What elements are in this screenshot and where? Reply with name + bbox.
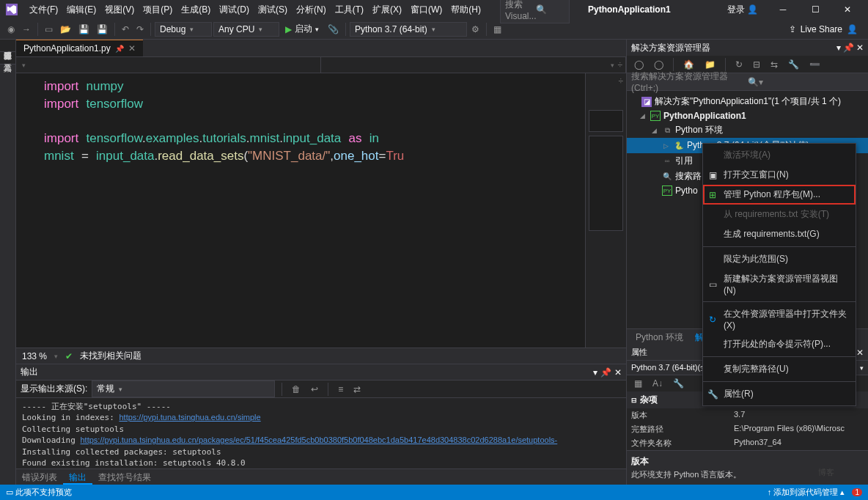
properties-icon[interactable]: 🔧 <box>785 57 802 72</box>
ctx-install-req[interactable]: 从 requirements.txt 安装(T) <box>703 205 856 224</box>
preview-icon[interactable]: ➖ <box>806 57 823 72</box>
save-all-button[interactable]: 💾 <box>94 22 111 37</box>
prop-row[interactable]: 文件夹名称Python37_64 <box>627 436 868 450</box>
project-node[interactable]: ◢PY PythonApplication1 <box>627 109 868 122</box>
wrench-icon: 🔧 <box>707 389 718 400</box>
output-opt2-button[interactable]: ⇄ <box>350 382 364 397</box>
menu-测试(S)[interactable]: 测试(S) <box>254 1 292 18</box>
output-text[interactable]: ----- 正在安装"setuptools" -----Looking in i… <box>16 398 626 468</box>
collapse-icon[interactable]: ⊟ <box>750 57 763 72</box>
interpreter-combo[interactable]: Python 3.7 (64-bit)▾ <box>350 22 467 37</box>
server-explorer-tab[interactable]: 服务器资源管理器 <box>0 40 15 52</box>
sync-icon[interactable]: ⇆ <box>768 57 781 72</box>
find-symbol-tab[interactable]: 查找符号结果 <box>92 469 157 485</box>
alpha-button[interactable]: A↓ <box>650 376 666 391</box>
output-source-combo[interactable]: 常规▾ <box>92 380 275 397</box>
ctx-copy-path[interactable]: 复制完整路径(U) <box>703 359 856 379</box>
fwd-button[interactable]: ◯ <box>651 57 666 72</box>
toggle-wrap-button[interactable]: ↩ <box>308 382 321 397</box>
prop-row[interactable]: 完整路径E:\Program Files (x86)\Microsc <box>627 422 868 436</box>
split-icon[interactable]: ÷ <box>618 76 623 87</box>
ctx-new-view[interactable]: ▭新建解决方案资源管理器视图(N) <box>703 269 856 299</box>
menu-窗口(W)[interactable]: 窗口(W) <box>406 1 446 18</box>
ctx-open-explorer[interactable]: ↻在文件资源管理器中打开文件夹(X) <box>703 304 856 334</box>
ctx-open-cmd[interactable]: 打开此处的命令提示符(P)... <box>703 334 856 354</box>
clear-output-button[interactable]: 🗑 <box>289 382 304 397</box>
no-issues-label: 未找到相关问题 <box>80 350 141 362</box>
menu-分析(N)[interactable]: 分析(N) <box>292 1 331 18</box>
output-tab[interactable]: 输出 <box>63 469 92 485</box>
quick-search-input[interactable]: 搜索 Visual... 🔍 <box>500 0 570 23</box>
home-icon[interactable]: 🏠 <box>680 57 697 72</box>
ctx-manage-packages[interactable]: ⊞管理 Python 程序包(M)... <box>703 185 856 205</box>
doc-icon: ▭ <box>6 488 13 497</box>
close-icon[interactable]: ✕ <box>856 348 864 358</box>
notification-badge[interactable]: 1 <box>852 488 862 496</box>
close-icon[interactable]: ✕ <box>614 367 622 378</box>
menu-项目(P)[interactable]: 项目(P) <box>139 1 177 18</box>
maximize-button[interactable]: ☐ <box>801 0 830 19</box>
nav-back-button[interactable]: ◉ <box>4 22 18 37</box>
pin-icon[interactable]: 📌 <box>600 367 611 378</box>
menu-文件(F)[interactable]: 文件(F) <box>25 1 62 18</box>
show-all-button[interactable]: 📁 <box>702 57 718 72</box>
search-icon: 🔍▾ <box>748 77 864 87</box>
solution-search-input[interactable]: 搜索解决方案资源管理器(Ctrl+;) 🔍▾ <box>627 73 868 91</box>
menu-编辑(E)[interactable]: 编辑(E) <box>62 1 100 18</box>
ctx-interactive[interactable]: ▣打开交互窗口(N) <box>703 165 856 185</box>
package-icon: ⊞ <box>707 190 718 200</box>
menu-帮助(H)[interactable]: 帮助(H) <box>446 1 485 18</box>
env-settings-button[interactable]: ⚙ <box>468 22 482 37</box>
share-icon: ⇪ <box>789 24 796 34</box>
prop-row[interactable]: 版本3.7 <box>627 408 868 422</box>
layout-button[interactable]: ▦ <box>490 22 504 37</box>
new-file-button[interactable]: ▭ <box>42 22 56 37</box>
add-source-control[interactable]: ↑ 添加到源代码管理 ▴ <box>768 487 845 498</box>
back-button[interactable]: ◯ <box>631 57 647 72</box>
close-button[interactable]: ✕ <box>833 0 862 19</box>
liveshare-button[interactable]: ⇪ Live Share 👤 <box>783 23 864 36</box>
pin-icon[interactable]: 📌 <box>843 43 854 53</box>
categorize-button[interactable]: ▦ <box>631 376 645 391</box>
platform-combo[interactable]: Any CPU▾ <box>213 22 279 37</box>
start-debug-button[interactable]: ▶启动▾ <box>281 21 323 37</box>
menu-调试(D)[interactable]: 调试(D) <box>215 1 254 18</box>
redo-button[interactable]: ↷ <box>133 22 147 37</box>
menu-扩展(X)[interactable]: 扩展(X) <box>368 1 406 18</box>
dropdown-icon[interactable]: ▾ <box>593 367 597 378</box>
solution-node[interactable]: ◪ 解决方案"PythonApplication1"(1 个项目/共 1 个) <box>627 94 868 109</box>
minimize-button[interactable]: ─ <box>768 0 798 19</box>
menu-工具(T)[interactable]: 工具(T) <box>331 1 368 18</box>
ctx-scope[interactable]: 限定为此范围(S) <box>703 249 856 269</box>
error-list-tab[interactable]: 错误列表 <box>16 469 63 485</box>
menu-视图(V)[interactable]: 视图(V) <box>100 1 139 18</box>
toolbox-tab[interactable]: 工具箱 <box>0 52 15 65</box>
pin-icon[interactable]: 📌 <box>115 45 124 53</box>
close-tab-icon[interactable]: ✕ <box>128 43 136 54</box>
props-wrench-icon[interactable]: 🔧 <box>670 376 687 391</box>
minimap[interactable]: ÷ <box>585 73 626 348</box>
attach-button[interactable]: 📎 <box>325 22 342 37</box>
close-icon[interactable]: ✕ <box>856 43 864 53</box>
save-button[interactable]: 💾 <box>76 22 92 37</box>
config-combo[interactable]: Debug▾ <box>155 22 212 37</box>
refresh-icon[interactable]: ↻ <box>732 57 746 72</box>
ctx-gen-req[interactable]: 生成 requirements.txt(G) <box>703 224 856 244</box>
app-title: PythonApplication1 <box>588 4 671 15</box>
menu-生成(B)[interactable]: 生成(B) <box>177 1 215 18</box>
ctx-properties[interactable]: 🔧属性(R) <box>703 384 856 404</box>
output-source-label: 显示输出来源(S): <box>21 383 87 395</box>
zoom-level[interactable]: 133 % <box>22 351 47 361</box>
env-folder-node[interactable]: ◢⧉ Python 环境 <box>627 122 868 138</box>
code-editor[interactable]: import numpy import tensorflow import te… <box>16 73 626 348</box>
undo-button[interactable]: ↶ <box>119 22 132 37</box>
file-tab[interactable]: PythonApplication1.py 📌 ✕ <box>16 40 143 56</box>
login-button[interactable]: 登录 👤 <box>727 4 758 16</box>
output-opt1-button[interactable]: ≡ <box>335 382 346 397</box>
ctx-activate[interactable]: 激活环境(A) <box>703 145 856 165</box>
open-file-button[interactable]: 📂 <box>57 22 74 37</box>
terminal-icon: ▣ <box>707 170 718 180</box>
nav-fwd-button[interactable]: → <box>19 22 34 37</box>
dropdown-icon[interactable]: ▾ <box>836 43 841 53</box>
python-env-tab[interactable]: Python 环境 <box>630 329 689 345</box>
